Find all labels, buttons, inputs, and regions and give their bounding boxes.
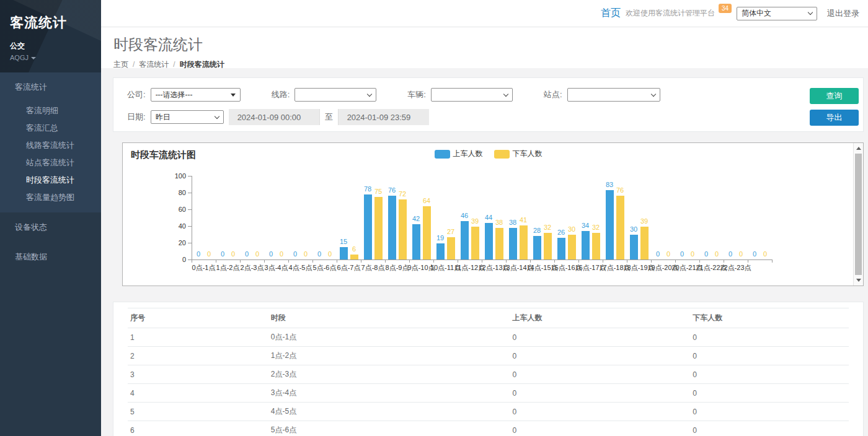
date-to-input[interactable]: 2024-01-09 23:59 — [339, 109, 429, 125]
table-cell: 0 — [690, 384, 849, 403]
page-heading: 时段客流统计 主页/客流统计/时段客流统计 — [101, 27, 868, 68]
table-cell: 2点-3点 — [268, 365, 510, 384]
bar-value-label: 32 — [592, 224, 600, 231]
bar-value-label: 41 — [520, 216, 527, 224]
bar-value-label: 0 — [317, 250, 321, 258]
x-tick — [409, 259, 410, 263]
table-cell: 0 — [690, 347, 849, 365]
bar-value-label: 44 — [485, 214, 492, 221]
legend-swatch — [494, 150, 510, 159]
x-tick-label: 6点-7点 — [337, 263, 361, 272]
bar-value-label: 0 — [691, 250, 694, 258]
x-tick — [578, 259, 579, 263]
sidebar-item-设备状态[interactable]: 设备状态 — [0, 212, 101, 242]
chart-scrollbar[interactable] — [853, 143, 863, 286]
sidebar-subitem-客流汇总[interactable]: 客流汇总 — [0, 120, 101, 137]
table-panel: 序号时段上车人数下车人数 10点-1点0021点-2点0032点-3点0043点… — [113, 302, 864, 436]
legend-item[interactable]: 下车人数 — [494, 149, 542, 159]
vehicle-label: 车辆: — [407, 89, 426, 100]
welcome-text: 欢迎使用客流统计管理平台 — [626, 8, 715, 19]
sidebar-subitem-站点客流统计[interactable]: 站点客流统计 — [0, 154, 101, 172]
nav-section: 设备状态 — [0, 212, 101, 242]
y-tick — [188, 193, 192, 193]
line-select[interactable] — [294, 88, 376, 102]
table-row: 54点-5点00 — [128, 403, 849, 421]
page-title: 时段客流统计 — [113, 35, 868, 54]
bar-value-label: 30 — [568, 225, 575, 233]
chart-bar-上车人数 — [630, 235, 638, 260]
topbar: 首页 欢迎使用客流统计管理平台 34 简体中文 退出登录 — [101, 0, 868, 27]
x-tick — [603, 259, 603, 263]
org-name: 公交 — [10, 41, 91, 51]
table-cell: 3点-4点 — [268, 384, 510, 403]
scroll-up-arrow[interactable] — [854, 144, 863, 153]
table-cell: 0 — [510, 365, 690, 384]
sidebar-item-客流统计[interactable]: 客流统计 — [0, 72, 101, 102]
bar-value-label: 0 — [666, 250, 670, 258]
chart-bar-上车人数 — [533, 236, 541, 259]
bar-value-label: 0 — [328, 250, 332, 258]
chevron-down-icon — [808, 10, 813, 15]
language-value: 简体中文 — [742, 8, 771, 19]
bar-value-label: 78 — [364, 185, 371, 193]
bar-value-label: 0 — [231, 250, 235, 258]
chart-bar-下车人数 — [423, 206, 431, 259]
chevron-down-icon — [367, 91, 372, 96]
breadcrumb-section[interactable]: 客流统计 — [139, 60, 169, 69]
breadcrumb-home[interactable]: 主页 — [113, 60, 128, 69]
date-from-input[interactable]: 2024-01-09 00:00 — [229, 109, 319, 125]
notification-badge: 34 — [719, 4, 732, 13]
bar-value-label: 38 — [509, 219, 516, 226]
bar-value-label: 0 — [704, 250, 708, 258]
bar-value-label: 0 — [245, 250, 249, 258]
export-button[interactable]: 导出 — [810, 110, 859, 126]
y-tick-label: 100 — [167, 172, 186, 180]
user-name: AQGJ — [10, 54, 29, 61]
table-cell: 3 — [128, 365, 268, 384]
scrollbar-thumb[interactable] — [855, 154, 862, 275]
topbar-home-link[interactable]: 首页 — [601, 7, 621, 20]
sidebar-nav: 客流统计客流明细客流汇总线路客流统计站点客流统计时段客流统计客流量趋势图设备状态… — [0, 72, 101, 272]
main-area: 首页 欢迎使用客流统计管理平台 34 简体中文 退出登录 时段客流统计 主页/客… — [101, 0, 868, 436]
language-select[interactable]: 简体中文 — [737, 7, 817, 20]
chart-bar-上车人数 — [436, 243, 445, 259]
chart-legend: 上车人数下车人数 — [123, 149, 854, 159]
caret-down-icon — [31, 57, 36, 59]
y-tick — [188, 243, 192, 243]
x-tick-label: 22点-23点 — [720, 263, 751, 272]
search-button[interactable]: 查询 — [810, 88, 859, 104]
table-row: 32点-3点00 — [128, 365, 849, 384]
x-tick — [385, 259, 386, 263]
sidebar-subitem-客流明细[interactable]: 客流明细 — [0, 102, 101, 120]
scroll-down-arrow[interactable] — [854, 276, 863, 285]
sidebar-subitem-线路客流统计[interactable]: 线路客流统计 — [0, 137, 101, 154]
x-tick-label: 5点-6点 — [313, 263, 337, 272]
user-dropdown[interactable]: AQGJ — [10, 54, 91, 61]
x-tick-label: 8点-9点 — [386, 263, 409, 272]
x-tick — [554, 259, 555, 263]
sidebar-item-基础数据[interactable]: 基础数据 — [0, 242, 101, 272]
y-tick — [188, 209, 192, 210]
bar-value-label: 64 — [423, 197, 430, 204]
table-header-下车人数: 下车人数 — [690, 308, 849, 328]
x-tick — [433, 259, 434, 263]
vehicle-select[interactable] — [431, 88, 513, 102]
nav-section: 基础数据 — [0, 242, 101, 272]
station-select[interactable] — [567, 88, 660, 102]
legend-item[interactable]: 上车人数 — [435, 149, 483, 159]
y-tick-label: 40 — [167, 222, 186, 230]
table-cell: 6 — [128, 421, 268, 436]
table-cell: 0 — [690, 421, 849, 436]
chart-panel: 时段车流统计图 上车人数下车人数 0204060801000点-1点001点-2… — [122, 142, 864, 286]
x-tick-label: 4点-5点 — [289, 263, 312, 272]
sidebar-subitem-时段客流统计[interactable]: 时段客流统计 — [0, 172, 101, 189]
bar-value-label: 0 — [221, 250, 224, 258]
chart-bar-下车人数 — [592, 233, 600, 259]
bar-value-label: 0 — [293, 250, 297, 258]
legend-label: 下车人数 — [513, 149, 542, 159]
x-tick — [675, 259, 676, 263]
logout-link[interactable]: 退出登录 — [827, 8, 859, 19]
date-preset-select[interactable]: 昨日 — [151, 110, 224, 124]
company-select[interactable]: ---请选择--- — [151, 88, 241, 102]
sidebar-subitem-客流量趋势图[interactable]: 客流量趋势图 — [0, 189, 101, 206]
